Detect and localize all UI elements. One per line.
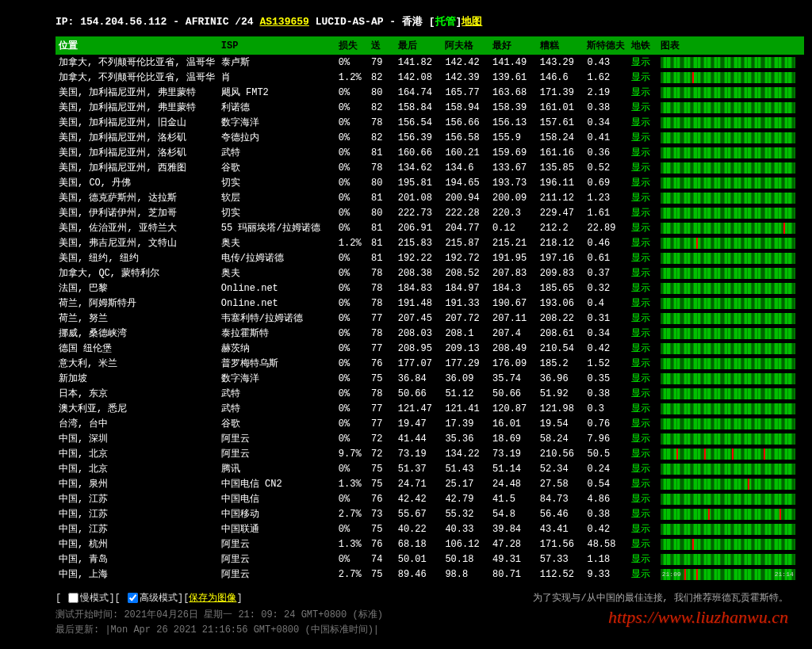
isp-cell: 腾讯 bbox=[218, 461, 335, 476]
show-link[interactable]: 显示 bbox=[628, 371, 657, 386]
header-metro: 地铁 bbox=[628, 36, 657, 55]
show-link[interactable]: 显示 bbox=[628, 536, 657, 552]
show-link[interactable]: 显示 bbox=[628, 85, 657, 100]
show-link[interactable]: 显示 bbox=[628, 326, 657, 341]
latency-chart bbox=[661, 253, 795, 264]
chart-cell bbox=[657, 220, 804, 235]
chart-cell bbox=[657, 85, 804, 100]
show-link[interactable]: 显示 bbox=[628, 567, 657, 582]
show-link[interactable]: 显示 bbox=[628, 491, 657, 506]
isp-cell: 飓风 FMT2 bbox=[218, 85, 335, 100]
sent-cell: 82 bbox=[368, 70, 395, 85]
show-link[interactable]: 显示 bbox=[628, 521, 657, 536]
sent-cell: 80 bbox=[368, 175, 395, 190]
show-link[interactable]: 显示 bbox=[628, 281, 657, 296]
worst-cell: 210.54 bbox=[537, 341, 584, 356]
show-link[interactable]: 显示 bbox=[628, 506, 657, 521]
worst-cell: 27.58 bbox=[537, 476, 584, 491]
latency-chart bbox=[661, 388, 795, 399]
latency-chart bbox=[661, 449, 795, 460]
show-link[interactable]: 显示 bbox=[628, 401, 657, 416]
stdev-cell: 0.42 bbox=[584, 521, 628, 536]
latency-chart bbox=[661, 132, 795, 143]
show-link[interactable]: 显示 bbox=[628, 341, 657, 356]
location-cell: 法国, 巴黎 bbox=[56, 281, 218, 296]
best-cell: 190.67 bbox=[489, 296, 537, 311]
loss-cell: 0% bbox=[335, 461, 368, 476]
chart-cell bbox=[657, 55, 804, 70]
advanced-mode-checkbox[interactable] bbox=[128, 593, 138, 603]
show-link[interactable]: 显示 bbox=[628, 552, 657, 567]
show-link[interactable]: 显示 bbox=[628, 386, 657, 401]
show-link[interactable]: 显示 bbox=[628, 235, 657, 250]
worst-cell: 146.6 bbox=[537, 70, 584, 85]
loss-cell: 0% bbox=[335, 115, 368, 130]
show-link[interactable]: 显示 bbox=[628, 100, 657, 115]
show-link[interactable]: 显示 bbox=[628, 115, 657, 130]
last-cell: 41.44 bbox=[395, 431, 442, 446]
stdev-cell: 0.54 bbox=[584, 476, 628, 491]
show-link[interactable]: 显示 bbox=[628, 175, 657, 190]
latency-chart bbox=[661, 178, 795, 189]
loss-cell: 0% bbox=[335, 55, 368, 70]
table-row: 新加坡数字海洋0%7536.8436.0935.7436.960.35显示 bbox=[56, 371, 804, 386]
location-cell: 中国, 青岛 bbox=[56, 552, 218, 567]
loss-cell: 0% bbox=[335, 491, 368, 506]
loss-spike bbox=[748, 479, 749, 490]
show-link[interactable]: 显示 bbox=[628, 145, 657, 160]
show-link[interactable]: 显示 bbox=[628, 190, 657, 205]
show-link[interactable]: 显示 bbox=[628, 416, 657, 431]
best-cell: 215.21 bbox=[489, 235, 537, 250]
show-link[interactable]: 显示 bbox=[628, 461, 657, 476]
avg-cell: 40.33 bbox=[442, 521, 489, 536]
show-link[interactable]: 显示 bbox=[628, 70, 657, 85]
show-link[interactable]: 显示 bbox=[628, 446, 657, 461]
table-row: 加拿大, 不列颠哥伦比亚省, 温哥华肖1.2%82142.08142.39139… bbox=[56, 70, 804, 85]
worst-cell: 208.61 bbox=[537, 326, 584, 341]
table-row: 德国 纽伦堡赫茨纳0%77208.95209.13208.49210.540.4… bbox=[56, 341, 804, 356]
isp-cell: 泰卢斯 bbox=[218, 55, 335, 70]
recommendation-note: 为了实现与/从中国的最佳连接, 我们推荐班德瓦贡霍斯特。 bbox=[533, 591, 788, 605]
worst-cell: 211.12 bbox=[537, 190, 584, 205]
show-link[interactable]: 显示 bbox=[628, 55, 657, 70]
sent-cell: 81 bbox=[368, 190, 395, 205]
show-link[interactable]: 显示 bbox=[628, 431, 657, 446]
last-cell: 142.08 bbox=[395, 70, 442, 85]
loss-cell: 0% bbox=[335, 190, 368, 205]
isp-cell: Online.net bbox=[218, 296, 335, 311]
avg-cell: 121.41 bbox=[442, 401, 489, 416]
slow-mode-checkbox[interactable] bbox=[68, 593, 79, 603]
last-cell: 121.47 bbox=[395, 401, 442, 416]
show-link[interactable]: 显示 bbox=[628, 250, 657, 265]
latency-chart bbox=[661, 268, 795, 279]
show-link[interactable]: 显示 bbox=[628, 356, 657, 371]
save-image-link[interactable]: 保存为图像 bbox=[189, 593, 236, 604]
worst-cell: 210.56 bbox=[537, 446, 584, 461]
header-last: 最后 bbox=[395, 36, 442, 55]
show-link[interactable]: 显示 bbox=[628, 220, 657, 235]
isp-cell: 韦塞利特/拉姆诺德 bbox=[218, 311, 335, 326]
show-link[interactable]: 显示 bbox=[628, 130, 657, 145]
table-row: 美国, 弗吉尼亚州, 文特山奥夫1.2%81215.83215.87215.21… bbox=[56, 235, 804, 250]
show-link[interactable]: 显示 bbox=[628, 296, 657, 311]
loss-cell: 1.2% bbox=[335, 235, 368, 250]
worst-cell: 212.2 bbox=[537, 220, 584, 235]
best-cell: 141.49 bbox=[489, 55, 537, 70]
asn-link[interactable]: AS139659 bbox=[259, 16, 308, 28]
show-link[interactable]: 显示 bbox=[628, 205, 657, 220]
show-link[interactable]: 显示 bbox=[628, 160, 657, 175]
loss-spike bbox=[696, 569, 698, 580]
show-link[interactable]: 显示 bbox=[628, 265, 657, 281]
loss-spike bbox=[684, 569, 686, 580]
map-link[interactable]: 地图 bbox=[462, 16, 482, 28]
ip-mid: LUCID-AS-AP - 香港 bbox=[316, 16, 429, 28]
stdev-cell: 0.38 bbox=[584, 386, 628, 401]
avg-cell: 215.87 bbox=[442, 235, 489, 250]
show-link[interactable]: 显示 bbox=[628, 311, 657, 326]
worst-cell: 157.61 bbox=[537, 115, 584, 130]
last-cell: 73.19 bbox=[395, 446, 442, 461]
latency-chart bbox=[661, 433, 795, 445]
show-link[interactable]: 显示 bbox=[628, 476, 657, 491]
avg-cell: 25.17 bbox=[442, 476, 489, 491]
best-cell: 208.49 bbox=[489, 341, 537, 356]
